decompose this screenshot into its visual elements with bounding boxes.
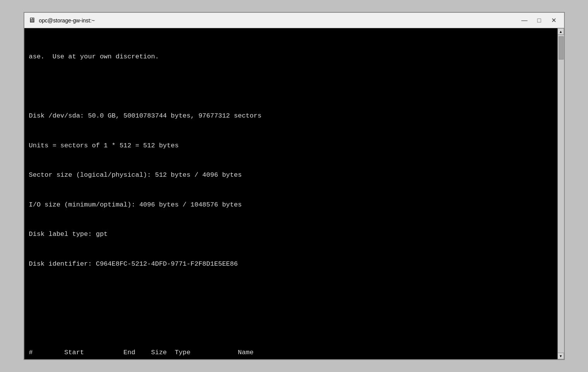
scroll-up-button[interactable]: ▲: [557, 28, 564, 35]
window-icon: 🖥: [27, 16, 36, 25]
terminal-content[interactable]: ase. Use at your own discretion. Disk /d…: [24, 28, 557, 359]
terminal-line-1: [29, 82, 553, 92]
terminal-line-7: Disk identifier: C964E8FC-5212-4DFD-9771…: [29, 259, 553, 269]
terminal-line-0: ase. Use at your own discretion.: [29, 52, 553, 62]
titlebar: 🖥 opc@storage-gw-inst:~ — □ ✕: [24, 13, 564, 28]
scroll-thumb[interactable]: [559, 36, 564, 60]
window-title: opc@storage-gw-inst:~: [39, 17, 518, 24]
terminal-line-2: Disk /dev/sda: 50.0 GB, 50010783744 byte…: [29, 111, 553, 121]
scrollbar[interactable]: ▲ ▼: [557, 28, 564, 359]
scroll-down-button[interactable]: ▼: [557, 353, 564, 359]
terminal-line-8: [29, 288, 553, 299]
terminal-line-3: Units = sectors of 1 * 512 = 512 bytes: [29, 141, 553, 151]
maximize-button[interactable]: □: [532, 15, 546, 26]
terminal-line-4: Sector size (logical/physical): 512 byte…: [29, 170, 553, 180]
scroll-track[interactable]: [558, 35, 564, 353]
terminal-line-5: I/O size (minimum/optimal): 4096 bytes /…: [29, 200, 553, 210]
minimize-button[interactable]: —: [518, 15, 532, 26]
terminal-body: ase. Use at your own discretion. Disk /d…: [24, 28, 564, 359]
terminal-line-9: [29, 318, 553, 328]
window-controls: — □ ✕: [518, 15, 561, 26]
terminal-line-6: Disk label type: gpt: [29, 229, 553, 239]
close-button[interactable]: ✕: [547, 15, 561, 26]
terminal-line-10: # Start End Size Type Name: [29, 348, 553, 358]
terminal-window: 🖥 opc@storage-gw-inst:~ — □ ✕ ase. Use a…: [24, 12, 565, 360]
